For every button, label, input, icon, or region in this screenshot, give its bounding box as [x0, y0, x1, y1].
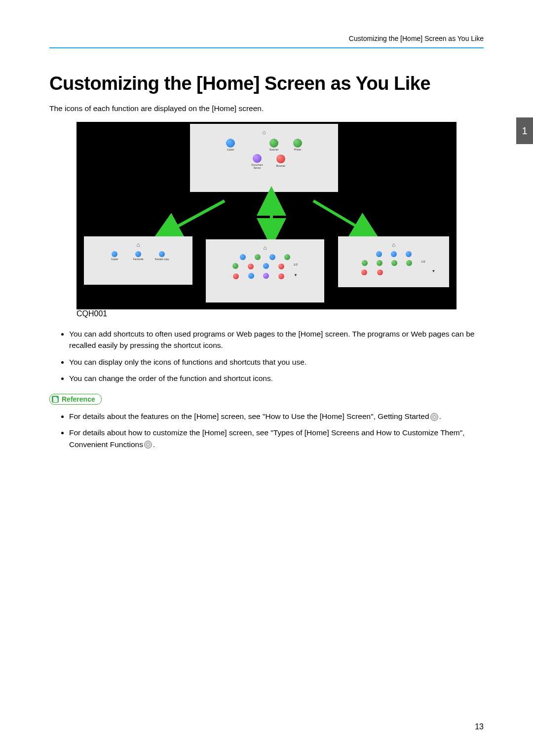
- cd-icon: [430, 413, 438, 421]
- reference-item: For details about how to customize the […: [69, 427, 484, 450]
- copier-icon: [226, 139, 235, 148]
- app-icon: [406, 260, 412, 266]
- app-icon: [263, 273, 269, 279]
- app-icon: [361, 269, 368, 276]
- home-icon: ⌂: [392, 241, 395, 248]
- page-title: Customizing the [Home] Screen as You Lik…: [49, 73, 484, 94]
- bullet-item: You can display only the icons of functi…: [69, 356, 484, 368]
- scanner-icon: [269, 139, 278, 148]
- app-icon: [248, 273, 254, 279]
- app-icon: [232, 263, 238, 269]
- svg-line-2: [165, 201, 225, 233]
- running-head: Customizing the [Home] Screen as You Lik…: [49, 35, 484, 48]
- app-icon: [278, 263, 285, 270]
- app-icon: [391, 251, 397, 257]
- expanded-screen: ⌂ 1/2: [206, 239, 324, 308]
- app-icon: [255, 254, 261, 260]
- copier-label: Copier: [223, 148, 238, 151]
- scanner-label: Scanner: [266, 148, 281, 151]
- docserver-label: Document Server: [250, 163, 265, 169]
- bullet-item: You can add shortcuts to often used prog…: [69, 328, 484, 351]
- chapter-tab: 1: [516, 117, 533, 144]
- home-icon: ⌂: [136, 241, 140, 248]
- cd-icon: [144, 441, 152, 449]
- app-icon: [362, 260, 368, 266]
- home-icon: ⌂: [262, 129, 266, 136]
- app-icon: [377, 260, 382, 266]
- app-icon: [377, 269, 383, 276]
- app-icon: [135, 251, 141, 257]
- page-number: 13: [475, 722, 484, 731]
- app-icon: [159, 251, 165, 257]
- reference-icon: 📄: [52, 396, 59, 403]
- reordered-screen: ⌂ 1/2 ▼: [338, 236, 449, 293]
- reference-label: Reference: [62, 395, 95, 403]
- svg-line-4: [313, 201, 368, 233]
- intro-text: The icons of each function are displayed…: [49, 104, 484, 113]
- app-icon: [269, 254, 275, 260]
- printer-label: Printer: [290, 148, 305, 151]
- original-home-screen: ⌂ Copier Scanner Printer Document Server…: [190, 124, 338, 198]
- app-icon: [391, 260, 397, 266]
- reference-item: For details about the features on the [H…: [69, 411, 484, 422]
- app-icon: [376, 251, 382, 257]
- browser-label: Browser: [273, 164, 288, 167]
- home-screen-figure: ⌂ Copier Scanner Printer Document Server…: [76, 122, 457, 318]
- reduced-screen: ⌂ Copier Facsimile Sample copy: [84, 236, 192, 291]
- reference-pill: 📄 Reference: [49, 394, 102, 405]
- printer-icon: [293, 139, 302, 148]
- app-icon: [232, 273, 239, 280]
- app-icon: [240, 254, 246, 260]
- reference-list: For details about the features on the [H…: [49, 411, 484, 450]
- bullet-item: You can change the order of the function…: [69, 373, 484, 384]
- figure-code: CQH001: [76, 309, 457, 318]
- app-icon: [247, 263, 254, 270]
- app-icon: [263, 263, 269, 269]
- app-icon: [278, 273, 285, 280]
- app-icon: [284, 254, 290, 260]
- feature-bullets: You can add shortcuts to often used prog…: [49, 328, 484, 384]
- app-icon: [406, 251, 412, 257]
- docserver-icon: [253, 154, 262, 163]
- home-icon: ⌂: [263, 244, 266, 251]
- app-icon: [112, 251, 117, 257]
- browser-icon: [276, 154, 286, 164]
